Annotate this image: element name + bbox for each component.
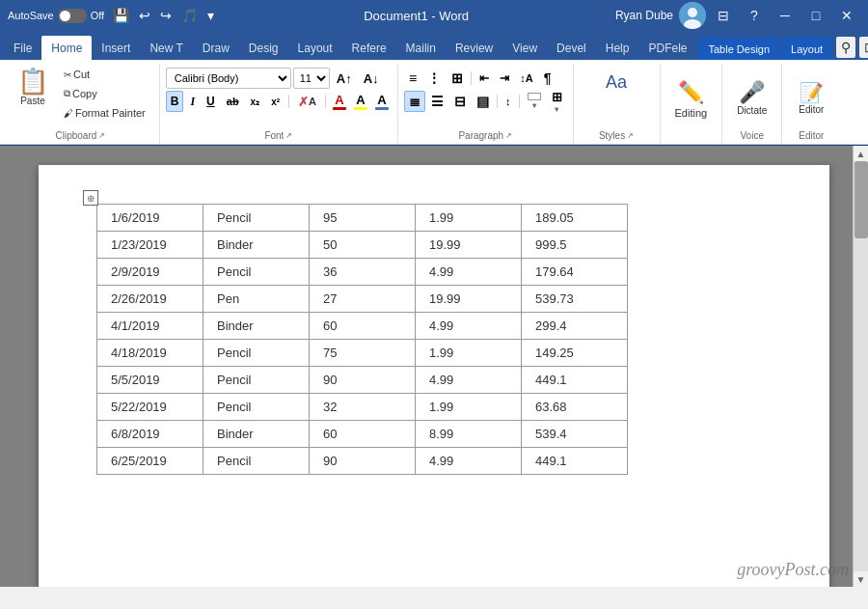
increase-indent-button[interactable]: ⇥ — [495, 68, 514, 89]
italic-button[interactable]: I — [185, 91, 200, 112]
tab-new-t[interactable]: New T — [140, 36, 192, 60]
multilevel-button[interactable]: ⊞ — [447, 68, 468, 89]
data-table: 1/6/2019Pencil951.99189.051/23/2019Binde… — [96, 204, 628, 475]
more-commands-button[interactable]: ▾ — [204, 6, 217, 25]
table-cell-total: 189.05 — [522, 205, 628, 232]
table-row: 4/1/2019Binder604.99299.4 — [97, 313, 628, 340]
align-center-button[interactable]: ☰ — [426, 91, 448, 112]
bullets-button[interactable]: ≡ — [404, 68, 421, 89]
table-cell-item: Pencil — [203, 205, 310, 232]
scroll-track — [854, 161, 868, 571]
copy-button[interactable]: ⧉ Copy — [58, 85, 151, 102]
table-row: 1/23/2019Binder5019.99999.5 — [97, 232, 628, 259]
styles-button[interactable]: Aa — [593, 68, 639, 97]
clipboard-expand-icon[interactable]: ↗ — [98, 131, 105, 140]
tab-insert[interactable]: Insert — [92, 36, 140, 60]
table-cell-total: 63.68 — [522, 394, 628, 421]
document-area: ▲ ▼ ⊕ 1/6/2019Pencil951.99189.051/23/201… — [0, 146, 868, 587]
align-left-button[interactable]: ≣ — [404, 91, 425, 112]
redo-button[interactable]: ↪ — [157, 6, 175, 25]
ribbon-share-button[interactable]: ⊡ — [859, 37, 868, 58]
tab-help[interactable]: Help — [596, 36, 639, 60]
underline-button[interactable]: U — [202, 91, 220, 112]
editing-icon: ✏️ — [678, 80, 704, 105]
borders-button[interactable]: ⊞ ▾ — [547, 91, 567, 112]
shading-dropdown-icon: ▾ — [532, 101, 536, 110]
undo-button[interactable]: ↩ — [136, 6, 153, 25]
strikethrough-button[interactable]: ab — [222, 91, 244, 112]
editor-button[interactable]: 📝 Editor — [790, 78, 832, 120]
save-button[interactable]: 💾 — [110, 6, 132, 25]
tab-references[interactable]: Refere — [342, 36, 396, 60]
scroll-thumb[interactable] — [854, 161, 868, 238]
numbering-button[interactable]: ⋮ — [422, 68, 446, 89]
decrease-indent-button[interactable]: ⇤ — [475, 68, 494, 89]
font-family-select[interactable]: Calibri (Body) — [166, 68, 291, 89]
dictate-button[interactable]: 🎤 Dictate — [728, 77, 775, 121]
editing-button[interactable]: ✏️ Editing — [666, 75, 717, 124]
table-row: 6/8/2019Binder608.99539.4 — [97, 421, 628, 448]
shading-button[interactable]: ▾ — [523, 91, 546, 112]
table-cell-price: 1.99 — [416, 394, 522, 421]
table-row: 5/5/2019Pencil904.99449.1 — [97, 367, 628, 394]
table-move-handle[interactable]: ⊕ — [83, 190, 98, 206]
cut-button[interactable]: ✂ Cut — [58, 66, 151, 83]
text-color-button[interactable]: A — [330, 92, 349, 112]
tab-home[interactable]: Home — [41, 36, 92, 60]
increase-font-button[interactable]: A↑ — [332, 68, 357, 89]
format-painter-button[interactable]: 🖌 Format Painter — [58, 104, 151, 122]
close-button[interactable]: ✕ — [833, 2, 860, 29]
decrease-font-button[interactable]: A↓ — [359, 68, 384, 89]
font-group: Calibri (Body) 11 A↑ A↓ B I U ab x₂ x² — [160, 64, 398, 144]
autosave-toggle[interactable] — [58, 9, 87, 23]
styles-icon: Aa — [606, 72, 627, 93]
table-cell-price: 19.99 — [416, 286, 522, 313]
show-marks-button[interactable]: ¶ — [539, 68, 556, 89]
align-right-button[interactable]: ⊟ — [449, 91, 471, 112]
scroll-up-button[interactable]: ▲ — [854, 146, 869, 161]
tab-mailings[interactable]: Mailin — [396, 36, 446, 60]
ribbon-content: 📋 Paste ✂ Cut ⧉ Copy 🖌 Format Painter — [0, 60, 868, 145]
tab-file[interactable]: File — [4, 36, 41, 60]
clear-formatting-button[interactable]: ✗A — [293, 91, 321, 112]
highlight-button[interactable]: A — [351, 92, 370, 112]
maximize-button[interactable]: □ — [802, 2, 829, 29]
minimize-button[interactable]: ─ — [772, 2, 799, 29]
sort-button[interactable]: ↕A — [515, 68, 537, 89]
ribbon-display-button[interactable]: ⊟ — [710, 2, 737, 29]
table-row: 5/22/2019Pencil321.9963.68 — [97, 394, 628, 421]
paragraph-label: Paragraph ↗ — [404, 130, 567, 144]
styles-group-content: Aa — [593, 64, 639, 130]
font-expand-icon[interactable]: ↗ — [285, 131, 292, 140]
font-size-select[interactable]: 11 — [293, 68, 330, 89]
toggle-knob — [60, 11, 70, 21]
ribbon-search-button[interactable]: ⚲ — [836, 37, 855, 58]
tab-design[interactable]: Desig — [239, 36, 288, 60]
ribbon: File Home Insert New T Draw Desig Layout… — [0, 31, 868, 146]
line-spacing-button[interactable]: ↕ — [501, 91, 516, 112]
styles-expand-icon[interactable]: ↗ — [627, 131, 634, 140]
subscript-button[interactable]: x₂ — [246, 91, 265, 112]
justify-button[interactable]: ▤ — [472, 91, 494, 112]
bold-button[interactable]: B — [166, 91, 184, 112]
table-cell-item: Pen — [203, 286, 310, 313]
superscript-button[interactable]: x² — [266, 91, 285, 112]
autosave-options-button[interactable]: 🎵 — [178, 6, 201, 25]
editor-icon: 📝 — [800, 83, 824, 102]
tab-pdfele[interactable]: PDFele — [638, 36, 696, 60]
tab-layout-table[interactable]: Layout — [781, 38, 832, 60]
tab-draw[interactable]: Draw — [193, 36, 239, 60]
tab-layout[interactable]: Layout — [288, 36, 342, 60]
paste-button[interactable]: 📋 Paste — [10, 66, 56, 109]
avatar — [679, 2, 706, 29]
help-button[interactable]: ? — [741, 2, 768, 29]
tab-developer[interactable]: Devel — [547, 36, 596, 60]
tab-view[interactable]: View — [502, 36, 547, 60]
scroll-down-button[interactable]: ▼ — [854, 571, 869, 587]
font-color-bar — [375, 107, 389, 110]
font-color-button[interactable]: A — [372, 92, 392, 112]
tab-table-design[interactable]: Table Design — [698, 38, 779, 60]
paragraph-expand-icon[interactable]: ↗ — [505, 131, 512, 140]
tab-review[interactable]: Review — [446, 36, 502, 60]
cut-label: Cut — [73, 69, 90, 80]
